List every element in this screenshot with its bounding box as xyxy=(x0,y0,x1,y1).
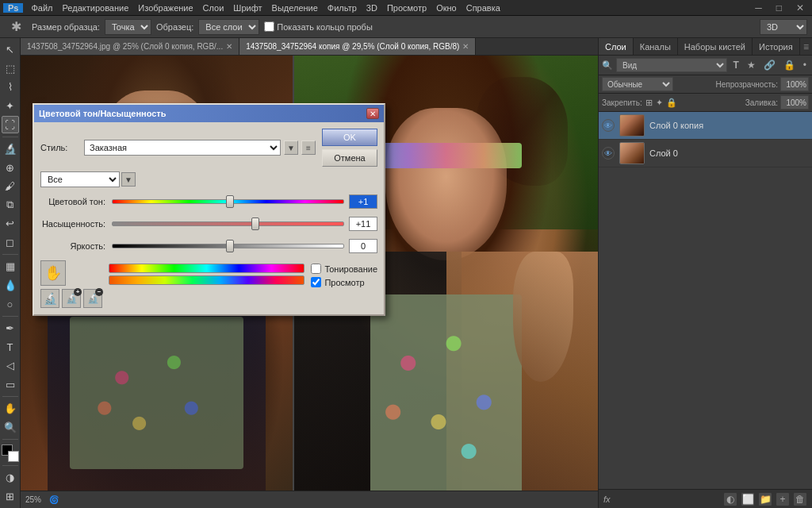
channel-arrow-btn[interactable]: ▼ xyxy=(121,172,136,187)
add-adjustment-btn[interactable]: ◐ xyxy=(723,492,737,506)
move-tool[interactable]: ↖ xyxy=(2,41,19,59)
doc-tab-2-close[interactable]: ✕ xyxy=(462,42,469,51)
menu-file[interactable]: Файл xyxy=(26,3,57,13)
menu-select[interactable]: Выделение xyxy=(267,3,323,13)
layer-vis-1[interactable]: 👁 xyxy=(602,147,615,160)
pen-tool[interactable]: ✒ xyxy=(2,320,19,337)
quick-mask-tool[interactable]: ◑ xyxy=(2,469,19,487)
opacity-input[interactable] xyxy=(780,77,809,91)
panel-icon-t[interactable]: T xyxy=(730,59,741,71)
eyedropper-btn-1[interactable]: 🔬 xyxy=(40,289,59,308)
panel-icon-link[interactable]: 🔗 xyxy=(761,59,778,71)
crop-tool[interactable]: ⛶ xyxy=(2,116,19,133)
panel-options-btn[interactable]: ≡ xyxy=(800,41,812,52)
tab-history[interactable]: История xyxy=(753,38,800,55)
hue-thumb[interactable] xyxy=(226,195,234,208)
menu-edit[interactable]: Редактирование xyxy=(58,3,134,13)
tab-layers[interactable]: Слои xyxy=(599,38,634,55)
preview-checkbox[interactable] xyxy=(311,277,321,287)
heal-tool[interactable]: ⊕ xyxy=(2,159,19,176)
channel-select[interactable]: Все xyxy=(40,171,120,187)
ok-button[interactable]: OK xyxy=(322,129,377,146)
tab-brushes[interactable]: Наборы кистей xyxy=(678,38,753,55)
lock-pixel-icon[interactable]: ⊞ xyxy=(645,98,653,108)
search-type-select[interactable]: Вид xyxy=(616,58,727,72)
modified-color-bar xyxy=(109,275,304,285)
sample-select[interactable]: Все слои xyxy=(198,19,259,35)
mode-select[interactable]: 3D xyxy=(760,19,807,35)
style-row: Стиль: Заказная ▼ ≡ OK Отмена xyxy=(40,129,377,167)
eyedropper-tool[interactable]: 🔬 xyxy=(2,140,19,158)
panel-icon-star[interactable]: ★ xyxy=(745,59,758,71)
menu-image[interactable]: Изображение xyxy=(133,3,197,13)
menu-font[interactable]: Шрифт xyxy=(228,3,266,13)
preset-save-btn[interactable]: ≡ xyxy=(301,140,316,155)
doc-tab-2-label: 1437508_34752964 копия @ 29,5% (Слой 0 к… xyxy=(246,42,459,51)
fill-input[interactable] xyxy=(780,95,809,110)
blur-tool[interactable]: 💧 xyxy=(2,277,19,294)
doc-tab-2[interactable]: 1437508_34752964 копия @ 29,5% (Слой 0 к… xyxy=(239,38,476,55)
path-select-tool[interactable]: ◁ xyxy=(2,357,19,375)
restore-btn[interactable]: □ xyxy=(772,2,787,13)
panel-icon-dot[interactable]: • xyxy=(801,59,809,71)
quick-select-tool[interactable]: ✦ xyxy=(2,98,19,115)
new-group-btn[interactable]: 📁 xyxy=(758,492,772,506)
panel-icon-lock[interactable]: 🔒 xyxy=(781,59,798,71)
close-btn[interactable]: ✕ xyxy=(791,2,809,13)
dodge-tool[interactable]: ○ xyxy=(2,295,19,313)
toning-label: Тонирование xyxy=(324,264,377,274)
eyedropper-btn-3[interactable]: 🔬− xyxy=(83,289,102,308)
history-brush-tool[interactable]: ↩ xyxy=(2,215,19,233)
bright-track[interactable] xyxy=(112,244,344,248)
layer-item-1[interactable]: 👁 Слой 0 xyxy=(599,140,812,167)
sat-track[interactable] xyxy=(112,221,344,226)
hue-saturation-dialog[interactable]: Цветовой тон/Насыщенность ✕ Стиль: Заказ… xyxy=(33,103,385,316)
eyedropper-btn-2[interactable]: 🔬+ xyxy=(62,289,81,308)
text-tool[interactable]: T xyxy=(2,338,19,356)
bright-thumb[interactable] xyxy=(226,240,234,252)
preset-btn[interactable]: ▼ xyxy=(284,140,298,155)
menu-layers[interactable]: Слои xyxy=(198,3,229,13)
layer-vis-0[interactable]: 👁 xyxy=(602,119,615,132)
hand-tool[interactable]: ✋ xyxy=(2,400,19,418)
menu-filter[interactable]: Фильтр xyxy=(323,3,362,13)
clone-tool[interactable]: ⧉ xyxy=(2,197,19,214)
toning-checkbox[interactable] xyxy=(311,264,321,274)
menu-help[interactable]: Справка xyxy=(462,3,505,13)
size-select[interactable]: Точка xyxy=(105,19,151,35)
lock-all-icon[interactable]: 🔒 xyxy=(666,98,677,108)
cancel-button[interactable]: Отмена xyxy=(322,149,377,167)
gradient-tool[interactable]: ▦ xyxy=(2,258,19,275)
brush-tool[interactable]: 🖌 xyxy=(2,178,19,195)
menu-3d[interactable]: 3D xyxy=(362,3,382,13)
doc-tab-1-close[interactable]: ✕ xyxy=(226,42,232,51)
lock-move-icon[interactable]: ✦ xyxy=(656,98,663,108)
shape-tool[interactable]: ▭ xyxy=(2,376,19,394)
fg-bg-colors[interactable] xyxy=(2,444,19,462)
show-ring-checkbox[interactable] xyxy=(264,21,274,32)
lasso-tool[interactable]: ⌇ xyxy=(2,79,19,96)
menu-window[interactable]: Окно xyxy=(431,3,462,13)
bright-value[interactable] xyxy=(349,239,377,253)
hue-track[interactable] xyxy=(112,199,344,204)
delete-layer-btn[interactable]: 🗑 xyxy=(793,492,807,506)
marquee-tool[interactable]: ⬚ xyxy=(2,60,19,78)
hand-icon-btn[interactable]: ✋ xyxy=(40,260,66,286)
layer-item-0[interactable]: 👁 Слой 0 копия xyxy=(599,112,812,140)
blend-mode-select[interactable]: Обычные xyxy=(602,77,673,91)
hue-value[interactable] xyxy=(349,194,377,209)
sat-thumb[interactable] xyxy=(251,217,259,230)
doc-tab-1[interactable]: 1437508_34752964.jpg @ 25% (Слой 0 копия… xyxy=(21,38,239,55)
style-select[interactable]: Заказная xyxy=(84,140,281,156)
minimize-btn[interactable]: ─ xyxy=(750,2,767,13)
zoom-tool[interactable]: 🔍 xyxy=(2,419,19,437)
menu-view[interactable]: Просмотр xyxy=(382,3,431,13)
eraser-tool[interactable]: ◻ xyxy=(2,234,19,252)
new-layer-btn[interactable]: + xyxy=(776,492,790,506)
background-color[interactable] xyxy=(8,451,19,462)
dialog-close-btn[interactable]: ✕ xyxy=(366,108,379,119)
tab-channels[interactable]: Каналы xyxy=(634,38,678,55)
screen-mode-tool[interactable]: ⊞ xyxy=(2,487,19,505)
sat-value[interactable] xyxy=(349,217,377,231)
add-mask-btn[interactable]: ⬜ xyxy=(741,492,755,506)
